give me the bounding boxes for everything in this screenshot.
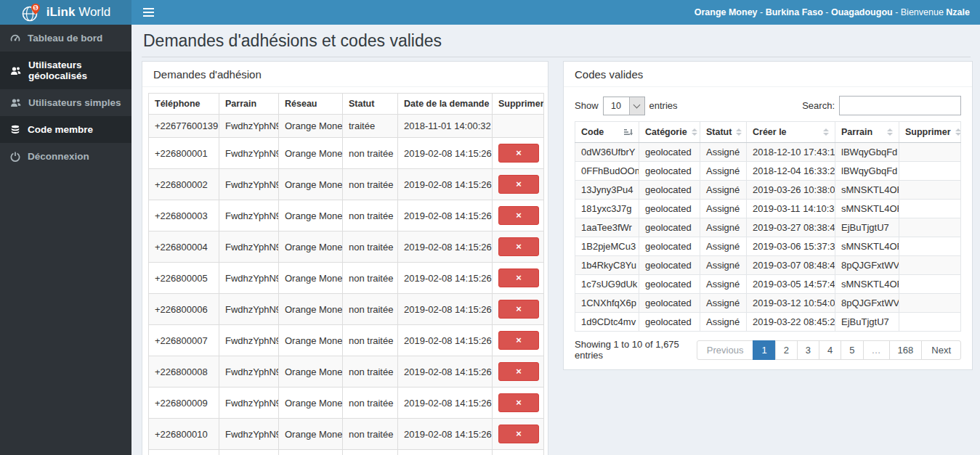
- cell-statut: non traitée: [343, 169, 398, 200]
- cell-statut: non traitée: [343, 138, 398, 169]
- cell-supprimer: ×: [493, 325, 544, 356]
- page-size-value: 10: [604, 97, 629, 115]
- table-row: 1c7sUG9dUk geolocated Assigné 2019-03-05…: [575, 275, 961, 294]
- table-row: 0FFhBudOOm geolocated Assigné 2018-12-04…: [575, 162, 961, 181]
- pagination-button[interactable]: 5: [841, 340, 863, 360]
- table-row: 181yxc3J7g geolocated Assigné 2019-03-11…: [575, 200, 961, 218]
- cell-code: 0FFhBudOOm: [575, 162, 639, 181]
- cell-supprimer: ×: [493, 388, 544, 419]
- cell-supprimer: ×: [493, 263, 544, 294]
- cell-categorie: geolocated: [639, 143, 700, 162]
- cell-statut: non traitée: [343, 356, 398, 388]
- cell-supprimer: [899, 237, 961, 256]
- entries-label: entries: [649, 100, 678, 111]
- sidebar-item-deconnexion[interactable]: Déconnexion: [0, 143, 131, 170]
- cell-code: 1CNXhfqX6p: [575, 294, 639, 313]
- pagination-button[interactable]: Next: [921, 340, 961, 360]
- column-header-creer-le[interactable]: Créer le: [747, 122, 835, 143]
- sidebar-item-code-membre[interactable]: Code membre: [0, 116, 131, 143]
- delete-button[interactable]: ×: [498, 362, 539, 381]
- city-name: Ouagadougou: [831, 7, 893, 17]
- cell-parrain: EjBuTjgtU7: [835, 218, 899, 237]
- cell-reseau: Orange Money: [279, 294, 343, 325]
- cell-creer-le: 2019-03-12 10:54:00: [747, 294, 835, 313]
- brand-name-light: World: [78, 5, 110, 19]
- cell-supprimer: [899, 162, 961, 181]
- sidebar-toggle-button[interactable]: [131, 0, 166, 25]
- pagination-button[interactable]: 1: [753, 340, 775, 360]
- pagination-button[interactable]: 4: [819, 340, 841, 360]
- delete-button[interactable]: ×: [498, 331, 539, 350]
- column-header-parrain[interactable]: Parrain: [835, 122, 899, 143]
- cell-date: 2019-02-08 14:15:26: [398, 231, 493, 263]
- brand-logo[interactable]: $ iLink World: [0, 0, 131, 25]
- cell-statut: non traitée: [343, 325, 398, 356]
- cell-parrain: FwdhzYphN9: [219, 294, 279, 325]
- delete-button[interactable]: ×: [498, 175, 539, 194]
- navbar: Orange Money - Burkina Faso - Ouagadougo…: [131, 0, 980, 25]
- pagination-button[interactable]: …: [863, 340, 890, 360]
- pagination-button[interactable]: 2: [775, 340, 798, 360]
- sidebar-item-label: Utilisateurs simples: [28, 97, 121, 108]
- sidebar-item-tableau-de-bord[interactable]: Tableau de bord: [0, 25, 131, 52]
- pagination-button[interactable]: 3: [797, 340, 819, 360]
- cell-statut: Assigné: [700, 200, 747, 218]
- cell-parrain: FwdhzYphN9: [219, 169, 279, 200]
- cell-parrain: EjBuTjgtU7: [835, 313, 899, 332]
- cell-supprimer: [899, 218, 961, 237]
- table-row: +226800001 FwdhzYphN9 Orange Money non t…: [149, 138, 544, 169]
- search-input[interactable]: [839, 96, 961, 115]
- delete-button[interactable]: ×: [498, 393, 539, 412]
- cell-parrain: sMNSKTL4OR: [835, 200, 899, 218]
- cell-code: 1B2pjeMCu3: [575, 237, 639, 256]
- cell-statut: non traitée: [343, 263, 398, 294]
- sidebar-item-label: Tableau de bord: [28, 33, 102, 44]
- cell-code: 1c7sUG9dUk: [575, 275, 639, 294]
- cell-parrain: sMNSKTL4OR: [835, 275, 899, 294]
- delete-button[interactable]: ×: [498, 425, 539, 443]
- sidebar-item-utilisateurs-simples[interactable]: Utilisateurs simples: [0, 89, 131, 116]
- cell-categorie: geolocated: [639, 237, 700, 256]
- cell-parrain: FwdhzYphN9: [219, 388, 279, 419]
- column-header-supprimer[interactable]: Supprimer: [899, 122, 961, 143]
- cell-creer-le: 2019-03-26 10:38:08: [747, 181, 835, 200]
- cell-parrain: FwdhzYphN9: [219, 231, 279, 263]
- cell-telephone: +226800008: [149, 356, 219, 388]
- main-content: Demandes d'adhésions et codes valides De…: [131, 25, 980, 455]
- page-title: Demandes d'adhésions et codes valides: [142, 30, 971, 57]
- pagination-button[interactable]: Previous: [697, 340, 754, 360]
- column-header-statut: Statut: [343, 94, 398, 115]
- delete-button[interactable]: ×: [498, 206, 539, 225]
- adhesion-panel: Demandes d'adhésion Téléphone Parrain Ré…: [142, 61, 548, 455]
- cell-creer-le: 2019-03-05 14:57:46: [747, 275, 835, 294]
- cell-reseau: Orange Money: [279, 200, 343, 231]
- dashboard-icon: [10, 33, 20, 44]
- cell-categorie: geolocated: [639, 294, 700, 313]
- column-header-parrain: Parrain: [219, 94, 279, 115]
- page-size-control: Show 10 entries: [575, 97, 678, 115]
- sort-icon: [955, 128, 961, 136]
- sidebar-item-utilisateurs-geolocalises[interactable]: Utilisateurs géolocalisés: [0, 52, 131, 89]
- column-header-code[interactable]: Code: [575, 122, 639, 143]
- cell-statut: Assigné: [700, 237, 747, 256]
- cell-supprimer: ×: [493, 419, 544, 450]
- cell-date: 2019-02-08 14:15:26: [398, 169, 493, 200]
- cell-creer-le: 2019-03-06 15:37:34: [747, 237, 835, 256]
- cell-telephone: +226800003: [149, 200, 219, 231]
- cell-telephone: +226800007: [149, 325, 219, 356]
- column-header-statut[interactable]: Statut: [700, 122, 747, 143]
- cell-statut: Assigné: [700, 162, 747, 181]
- table-row: +226800330 FwdhzYphN9 Orange Money non t…: [149, 450, 544, 455]
- cell-reseau: Orange Money: [279, 231, 343, 263]
- delete-button[interactable]: ×: [498, 237, 539, 256]
- topbar: $ iLink World Orange Money - Burkina Fas…: [0, 0, 980, 25]
- page-size-select[interactable]: 10: [603, 97, 645, 115]
- table-row: 0dW36UfbrY geolocated Assigné 2018-12-10…: [575, 143, 961, 162]
- codes-panel-title: Codes valides: [564, 62, 972, 87]
- cell-creer-le: 2018-12-10 17:43:11: [747, 143, 835, 162]
- pagination-button[interactable]: 168: [889, 340, 923, 360]
- delete-button[interactable]: ×: [498, 300, 539, 319]
- delete-button[interactable]: ×: [498, 144, 539, 163]
- column-header-categorie[interactable]: Catégorie: [639, 122, 700, 143]
- delete-button[interactable]: ×: [498, 269, 539, 287]
